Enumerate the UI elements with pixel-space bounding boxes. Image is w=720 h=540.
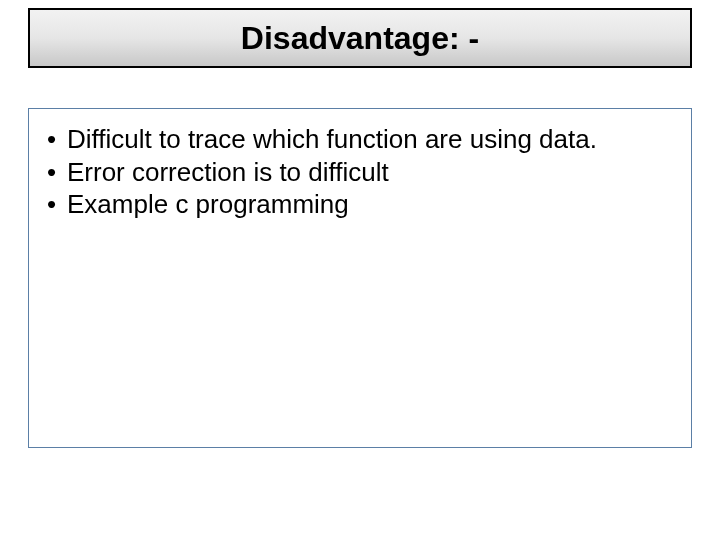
content-box: Difficult to trace which function are us… (28, 108, 692, 448)
title-box: Disadvantage: - (28, 8, 692, 68)
list-item: Error correction is to difficult (39, 156, 681, 189)
slide-title: Disadvantage: - (241, 20, 479, 57)
bullet-list: Difficult to trace which function are us… (39, 123, 681, 221)
list-item: Example c programming (39, 188, 681, 221)
list-item: Difficult to trace which function are us… (39, 123, 681, 156)
